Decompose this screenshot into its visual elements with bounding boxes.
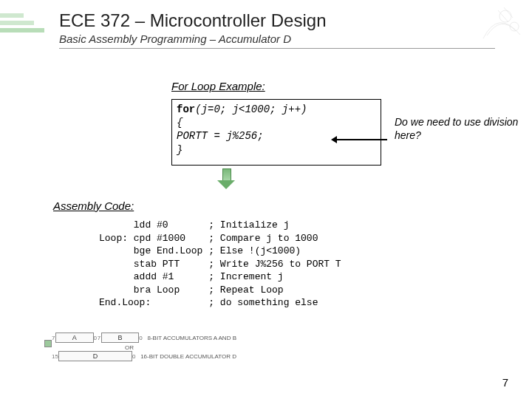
page-title: ECE 372 – Microcontroller Design <box>59 10 502 31</box>
bullet-icon <box>44 340 52 347</box>
code-line-4: } <box>177 143 376 157</box>
asm-line: stab PTT ; Write J%256 to PORT T <box>99 259 341 270</box>
or-label: OR <box>52 344 207 351</box>
arrow-down-icon <box>219 168 233 188</box>
code-line-3: PORTT = j%256; <box>177 129 376 143</box>
asm-heading: Assembly Code: <box>53 200 134 212</box>
annotation-note: Do we need to use division here? <box>395 115 528 142</box>
bit-label: 15 <box>52 353 58 360</box>
bit-label: 0 <box>139 335 143 341</box>
side-label-d: 16-BIT DOUBLE ACCUMULATOR D <box>140 353 236 360</box>
assembly-code-block: ldd #0 ; Initialize j Loop: cpd #1000 ; … <box>99 219 341 310</box>
page-number: 7 <box>502 376 508 389</box>
example-heading: For Loop Example: <box>171 80 265 92</box>
reg-b: B <box>101 332 139 343</box>
reg-d: D <box>58 351 132 361</box>
bit-label: 0 <box>132 353 136 360</box>
asm-line: Loop: cpd #1000 ; Compare j to 1000 <box>99 233 318 244</box>
c-code-block: for(j=0; j<1000; j++) { PORTT = j%256; } <box>171 99 381 166</box>
asm-line: End.Loop: ; do something else <box>99 297 318 308</box>
page-subtitle: Basic Assembly Programming – Accumulator… <box>59 33 495 49</box>
reg-a: A <box>55 332 93 343</box>
accumulator-diagram: 7 A 0 7 B 0 8-BIT ACCUMULATORS A AND B O… <box>52 332 236 363</box>
asm-line: bge End.Loop ; Else !(j<1000) <box>99 245 301 256</box>
side-label-ab: 8-BIT ACCUMULATORS A AND B <box>148 335 236 341</box>
code-line-1: (j=0; j<1000; j++) <box>195 103 307 115</box>
code-keyword-for: for <box>177 103 195 115</box>
code-line-2: { <box>177 116 376 129</box>
asm-line: bra Loop ; Repeat Loop <box>99 284 284 296</box>
asm-line: addd #1 ; Increment j <box>99 271 284 282</box>
asm-line: ldd #0 ; Initialize j <box>99 219 289 231</box>
arrow-left-icon <box>335 139 387 140</box>
